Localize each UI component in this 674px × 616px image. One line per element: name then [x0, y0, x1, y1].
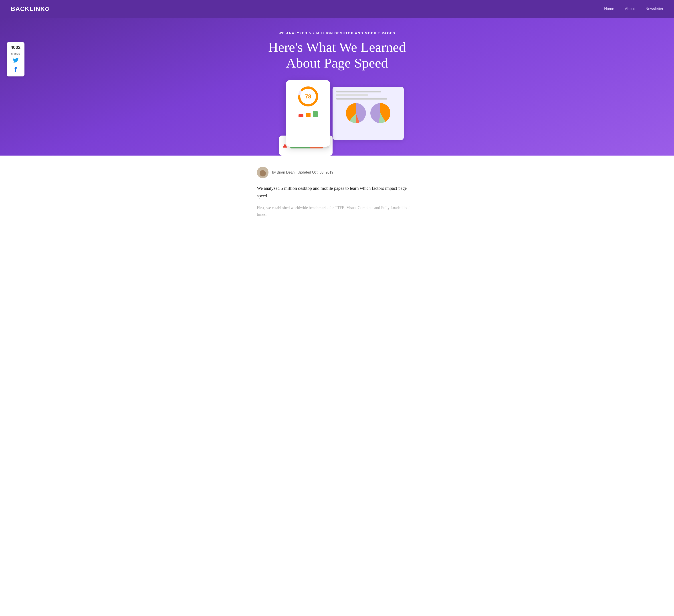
mini-bar-orange: [306, 113, 311, 117]
navbar: BACKLINK Home About Newsletter: [0, 0, 674, 18]
pie-chart-2: [370, 103, 390, 123]
facebook-share-button[interactable]: [13, 66, 18, 74]
dashboard-front-card: 78: [286, 80, 330, 147]
logo[interactable]: BACKLINK: [11, 5, 49, 12]
hero-illustration: 78: [275, 80, 399, 156]
nav-item-about[interactable]: About: [625, 7, 635, 11]
hero-title: Here's What We Learned About Page Speed: [259, 39, 415, 71]
avatar: [257, 167, 268, 178]
share-widget: 4002 shares: [7, 42, 24, 76]
share-count: 4002: [11, 45, 21, 50]
share-label: shares: [11, 52, 20, 55]
mini-bar-red: [299, 114, 304, 117]
article-section: by Brian Dean · Updated Oct. 08, 2019 We…: [252, 156, 422, 227]
author-row: by Brian Dean · Updated Oct. 08, 2019: [257, 167, 417, 178]
dash-line-2: [336, 94, 368, 96]
mini-bars: [299, 111, 318, 117]
logo-text: BACKLINK: [11, 5, 45, 12]
author-info: by Brian Dean · Updated Oct. 08, 2019: [272, 170, 333, 174]
avatar-head: [259, 170, 266, 176]
nav-item-newsletter[interactable]: Newsletter: [646, 7, 663, 11]
gauge-ring: 78: [297, 85, 319, 108]
hero-section: 4002 shares WE ANALYZED 5.2 MILLION DESK…: [0, 18, 674, 156]
dash-line-1: [336, 91, 381, 93]
twitter-share-button[interactable]: [13, 57, 18, 64]
pie-charts-container: [336, 103, 400, 123]
dashboard-back-card: [333, 87, 404, 140]
dashboard-lines: [336, 91, 400, 100]
article-intro: We analyzed 5 million desktop and mobile…: [257, 184, 417, 199]
nav-item-home[interactable]: Home: [604, 7, 614, 11]
mini-bar-green: [313, 111, 318, 117]
article-secondary: First, we established worldwide benchmar…: [257, 204, 417, 218]
logo-o-icon: [45, 7, 49, 11]
gauge-number: 78: [305, 93, 311, 100]
hero-eyebrow: WE ANALYZED 5.2 MILLION DESKTOP AND MOBI…: [9, 31, 665, 35]
dash-line-3: [336, 98, 387, 100]
nav-links: Home About Newsletter: [604, 7, 663, 11]
pie-chart-1: [346, 103, 366, 123]
